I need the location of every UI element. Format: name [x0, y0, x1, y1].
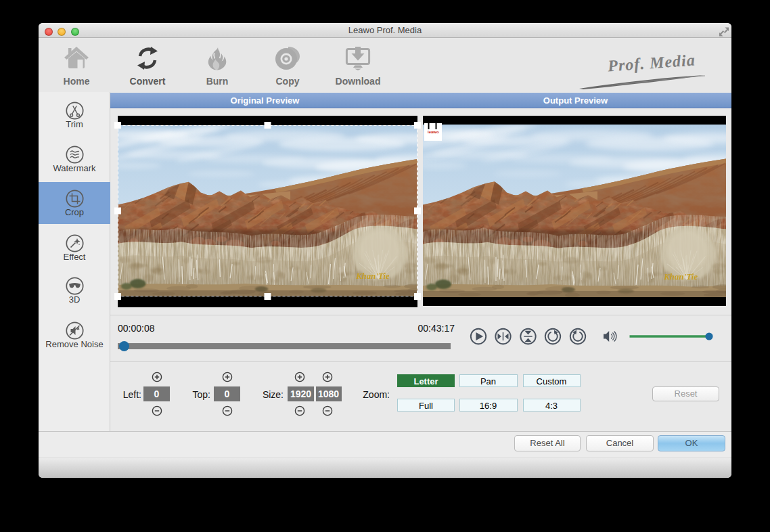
svg-text:leawo: leawo — [428, 130, 439, 134]
svg-text:Khan'Tie: Khan'Tie — [663, 271, 698, 282]
